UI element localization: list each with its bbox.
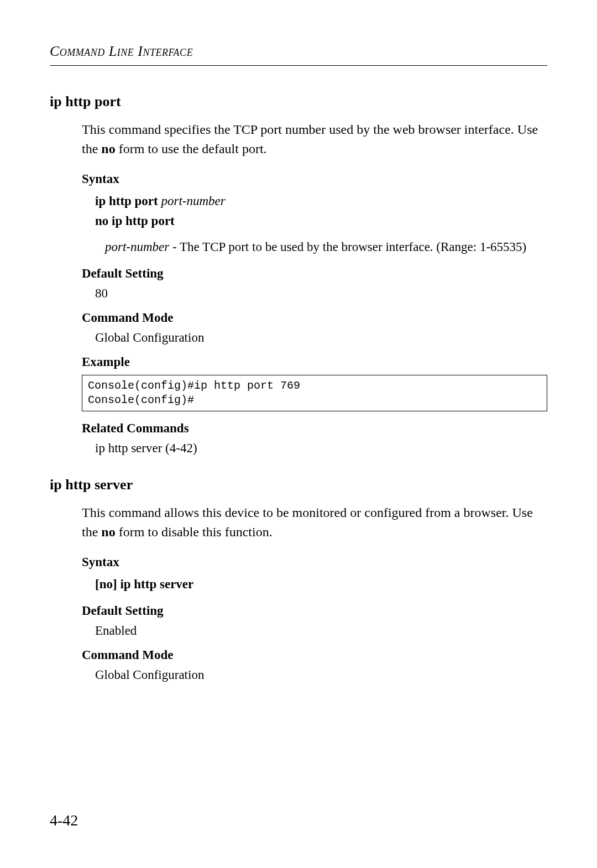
default-setting-heading: Default Setting <box>82 266 547 281</box>
syntax2-line: [no] ip http server <box>95 575 547 594</box>
syntax2-cmd: ip http server <box>120 577 193 591</box>
syntax-param: port-number <box>158 194 226 208</box>
section-title-ip-http-port: ip http port <box>50 93 547 110</box>
command-mode-heading: Command Mode <box>82 311 547 325</box>
syntax-no-cmd: no ip http port <box>95 214 175 228</box>
desc2-bold-no: no <box>101 525 115 539</box>
related-commands-value: ip http server (4-42) <box>95 441 547 456</box>
command-mode-value: Global Configuration <box>95 331 547 345</box>
desc-post: form to use the default port. <box>116 142 267 156</box>
example-heading: Example <box>82 355 547 369</box>
syntax-heading: Syntax <box>82 172 547 186</box>
mode2-heading: Command Mode <box>82 648 547 662</box>
syntax-line-2: no ip http port <box>95 212 547 231</box>
section1-description: This command specifies the TCP port numb… <box>82 120 547 159</box>
page-number: 4-42 <box>50 812 78 829</box>
section2-description: This command allows this device to be mo… <box>82 503 547 542</box>
syntax-line-1: ip http port port-number <box>95 192 547 211</box>
syntax-cmd: ip http port <box>95 194 158 208</box>
syntax2-bracket-open: [ <box>95 577 100 591</box>
syntax2-bracket-close: ] <box>113 577 120 591</box>
syntax2-no: no <box>100 577 113 591</box>
default2-value: Enabled <box>95 624 547 638</box>
desc-bold-no: no <box>101 142 115 156</box>
default-setting-value: 80 <box>95 286 547 301</box>
running-header: Command Line Interface <box>50 43 547 66</box>
param-description: port-number - The TCP port to be used by… <box>105 238 547 257</box>
desc2-post: form to disable this function. <box>116 525 273 539</box>
example-code-block: Console(config)#ip http port 769 Console… <box>82 375 547 411</box>
mode2-value: Global Configuration <box>95 668 547 682</box>
section-title-ip-http-server: ip http server <box>50 477 547 493</box>
param-text: - The TCP port to be used by the browser… <box>169 240 526 254</box>
default2-heading: Default Setting <box>82 604 547 618</box>
syntax2-heading: Syntax <box>82 555 547 569</box>
related-commands-heading: Related Commands <box>82 421 547 436</box>
param-name: port-number <box>105 240 169 254</box>
